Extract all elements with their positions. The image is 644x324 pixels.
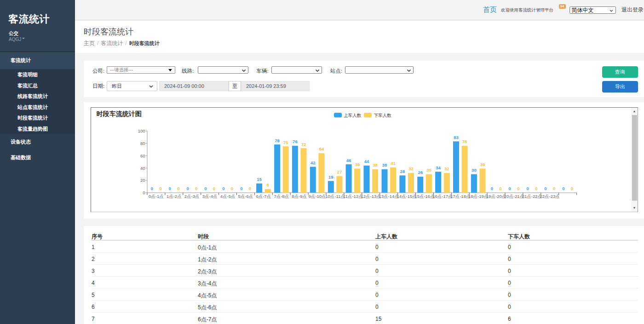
svg-text:30: 30 <box>472 168 477 173</box>
svg-text:0: 0 <box>195 186 197 191</box>
svg-text:14点-15点: 14点-15点 <box>397 194 416 199</box>
svg-text:39: 39 <box>480 162 485 167</box>
svg-text:0: 0 <box>143 190 145 195</box>
svg-text:80: 80 <box>140 140 145 145</box>
svg-text:60: 60 <box>140 153 145 158</box>
svg-text:75: 75 <box>283 139 288 145</box>
svg-text:76: 76 <box>462 139 467 144</box>
svg-text:20点-21点: 20点-21点 <box>504 194 524 199</box>
svg-text:0: 0 <box>240 186 242 191</box>
svg-text:0: 0 <box>553 186 555 191</box>
svg-text:15: 15 <box>257 177 262 182</box>
svg-text:76: 76 <box>293 139 298 144</box>
svg-text:6: 6 <box>267 182 269 187</box>
svg-text:0: 0 <box>571 186 573 191</box>
svg-text:38: 38 <box>373 162 378 168</box>
svg-text:0: 0 <box>491 186 493 191</box>
svg-text:32: 32 <box>408 166 414 171</box>
svg-text:上车人数: 上车人数 <box>344 113 362 118</box>
svg-text:10点-11点: 10点-11点 <box>325 194 345 199</box>
svg-text:16点-17点: 16点-17点 <box>432 194 452 199</box>
svg-text:0: 0 <box>204 186 207 191</box>
svg-text:0: 0 <box>562 186 564 191</box>
svg-text:20: 20 <box>140 178 145 183</box>
svg-text:40: 40 <box>140 165 145 170</box>
svg-text:0: 0 <box>186 186 189 191</box>
svg-text:0: 0 <box>231 186 233 191</box>
svg-text:0: 0 <box>177 186 179 191</box>
svg-text:2点-3点: 2点-3点 <box>184 194 200 199</box>
svg-text:0: 0 <box>159 186 161 191</box>
svg-text:5点-6点: 5点-6点 <box>238 194 253 199</box>
svg-text:0: 0 <box>526 186 529 191</box>
svg-text:0: 0 <box>499 186 501 191</box>
svg-text:18点-19点: 18点-19点 <box>468 194 488 199</box>
svg-text:44: 44 <box>364 159 369 164</box>
svg-text:6点-7点: 6点-7点 <box>256 194 271 199</box>
svg-text:8点-9点: 8点-9点 <box>292 194 307 199</box>
svg-text:78: 78 <box>275 138 280 143</box>
svg-text:27: 27 <box>337 169 342 174</box>
svg-text:0: 0 <box>213 186 215 191</box>
svg-text:83: 83 <box>454 134 459 139</box>
svg-text:9点-10点: 9点-10点 <box>308 194 326 199</box>
svg-text:0: 0 <box>169 186 171 191</box>
svg-text:46: 46 <box>346 157 351 162</box>
svg-text:0: 0 <box>535 186 537 191</box>
svg-text:12点-13点: 12点-13点 <box>361 194 381 199</box>
svg-text:72: 72 <box>301 141 306 146</box>
svg-text:100: 100 <box>138 128 145 133</box>
svg-text:下车人数: 下车人数 <box>374 113 392 118</box>
svg-text:0: 0 <box>222 186 224 191</box>
svg-text:1点-2点: 1点-2点 <box>167 194 182 199</box>
svg-text:0: 0 <box>151 186 153 191</box>
svg-text:26: 26 <box>418 170 423 175</box>
svg-text:39: 39 <box>355 162 360 167</box>
svg-text:42: 42 <box>310 160 316 165</box>
svg-text:19点-20点: 19点-20点 <box>486 194 506 199</box>
svg-text:38: 38 <box>382 162 387 168</box>
svg-text:7点-8点: 7点-8点 <box>274 194 289 199</box>
svg-text:30: 30 <box>426 168 431 173</box>
svg-text:11点-12点: 11点-12点 <box>343 194 363 199</box>
svg-text:19: 19 <box>328 174 334 179</box>
svg-text:0: 0 <box>509 186 511 191</box>
svg-text:0点-1点: 0点-1点 <box>149 194 164 199</box>
svg-text:34: 34 <box>436 165 441 170</box>
svg-text:0: 0 <box>544 186 546 191</box>
svg-text:21点-22点: 21点-22点 <box>522 194 542 199</box>
svg-text:17点-18点: 17点-18点 <box>450 194 470 199</box>
svg-text:0: 0 <box>249 186 251 191</box>
svg-text:22点-23点: 22点-23点 <box>540 194 560 199</box>
svg-text:28: 28 <box>400 168 405 174</box>
svg-text:64: 64 <box>319 146 324 151</box>
svg-text:0: 0 <box>517 186 519 191</box>
svg-text:32: 32 <box>444 166 449 171</box>
svg-text:41: 41 <box>391 161 396 166</box>
svg-text:13点-14点: 13点-14点 <box>379 194 399 199</box>
svg-text:4点-5点: 4点-5点 <box>220 194 236 199</box>
svg-text:15点-16点: 15点-16点 <box>414 194 434 199</box>
svg-text:3点-4点: 3点-4点 <box>202 194 218 199</box>
